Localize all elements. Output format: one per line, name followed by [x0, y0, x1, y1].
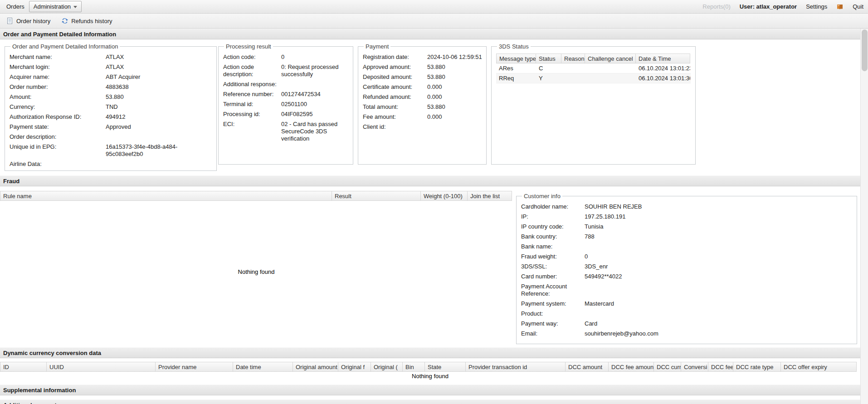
menu-administration[interactable]: Administration — [29, 1, 82, 12]
column-header[interactable]: Status — [536, 54, 561, 63]
field-row: Fraud weight: 0 — [521, 253, 855, 260]
field-label: Terminal id: — [223, 101, 281, 108]
field-row: Fee amount: 0.000 — [363, 113, 484, 121]
column-header[interactable]: UUID — [47, 362, 156, 372]
fieldset-processing-result-legend: Processing result — [224, 43, 273, 50]
field-row: Deposited amount: 53.880 — [363, 73, 484, 81]
column-header[interactable]: Date time — [233, 362, 293, 372]
field-value: 001274472534 — [281, 91, 351, 98]
field-row: Action code: 0 — [223, 54, 351, 61]
manual-book-icon[interactable] — [836, 3, 844, 10]
order-details-fields: Merchant name: ATLAX Merchant login: ATL… — [10, 54, 215, 168]
fieldset-order-details-legend: Order and Payment Detailed Information — [10, 43, 120, 50]
column-header[interactable]: DCC fee amount — [609, 362, 654, 372]
field-row: Unique id in EPG: 16a15373-3f4e-4bd8-a48… — [10, 143, 215, 158]
column-header[interactable]: Challenge cancel — [585, 54, 636, 63]
field-value: 0.000 — [427, 113, 484, 121]
order-history-label: Order history — [16, 18, 50, 24]
field-row: Action code description: 0: Request proc… — [223, 63, 351, 78]
scrollbar-thumb[interactable] — [862, 29, 868, 71]
column-header[interactable]: Original ( — [371, 362, 403, 372]
column-header[interactable]: State — [425, 362, 466, 372]
menu-orders[interactable]: Orders — [2, 1, 29, 12]
field-row: Merchant login: ATLAX — [10, 63, 215, 71]
empty-text: Nothing found — [238, 268, 275, 275]
field-label: Bank name: — [521, 243, 585, 250]
menu-reports: Reports(0) — [702, 3, 730, 10]
column-header[interactable]: Date & Time — [636, 54, 690, 63]
field-label: Fraud weight: — [521, 253, 585, 260]
table-row[interactable]: ARes C 06.10.2024 13:01:23 — [496, 63, 691, 73]
cell-date-time: 06.10.2024 13:01:36 — [636, 73, 690, 83]
column-header[interactable]: Message type — [496, 54, 536, 63]
menu-settings[interactable]: Settings — [806, 3, 827, 10]
field-row: 3DS/SSL: 3DS_enr — [521, 263, 855, 270]
threeds-table-header: Message type Status Reason Challenge can… — [496, 54, 691, 63]
field-label: Airline Data: — [10, 161, 106, 168]
field-label: Refunded amount: — [363, 93, 427, 101]
field-label: Approved amount: — [363, 63, 427, 71]
field-value: souhirbenrejeb@yahoo.com — [585, 330, 855, 337]
field-row: Payment way: Card — [521, 320, 855, 327]
column-header[interactable]: Conversi — [681, 362, 708, 372]
field-row: Terminal id: 02501100 — [223, 101, 351, 108]
column-header[interactable]: Reason — [561, 54, 585, 63]
column-header[interactable]: Rule name — [0, 191, 332, 201]
fieldset-processing-result: Processing result Action code: 0 Action … — [218, 43, 353, 165]
vertical-scrollbar[interactable] — [860, 29, 868, 404]
field-value: Approved — [106, 123, 215, 131]
column-header[interactable]: Original amount — [293, 362, 338, 372]
dcc-table: ID UUID Provider name Date time Original… — [0, 362, 860, 381]
column-header[interactable]: Original f — [338, 362, 371, 372]
column-header[interactable]: DCC offer expiry — [781, 362, 857, 372]
field-label: Client id: — [363, 123, 427, 131]
field-row: IP country code: Tunisia — [521, 223, 855, 230]
column-header[interactable]: Provider transaction id — [466, 362, 566, 372]
field-row: Refunded amount: 0.000 — [363, 93, 484, 101]
field-label: Email: — [521, 330, 585, 337]
field-row: Client id: — [363, 123, 484, 131]
column-header[interactable]: DCC amount — [566, 362, 609, 372]
fraud-table-empty: Nothing found — [0, 201, 512, 342]
refunds-history-button[interactable]: Refunds history — [58, 15, 116, 26]
field-value: ATLAX — [106, 54, 215, 61]
field-label: Order description: — [10, 133, 106, 141]
order-history-button[interactable]: Order history — [3, 15, 54, 26]
column-header[interactable]: Join the list — [468, 191, 512, 201]
column-header[interactable]: Weight (0-100) — [421, 191, 468, 201]
field-value: Mastercard — [585, 300, 855, 307]
field-row: Approved amount: 53.880 — [363, 63, 484, 71]
field-label: IP: — [521, 213, 585, 220]
field-label: Payment Account Reference: — [521, 283, 585, 297]
dcc-table-empty: Nothing found — [0, 372, 860, 381]
field-label: Card number: — [521, 273, 585, 280]
user-label: User: atlax_operator — [740, 3, 797, 10]
column-header[interactable]: DCC fee — [708, 362, 733, 372]
field-row: Processing id: 04IF082595 — [223, 111, 351, 118]
fraud-table-header: Rule name Result Weight (0-100) Join the… — [0, 191, 512, 201]
field-label: Payment way: — [521, 320, 585, 327]
table-row[interactable]: RReq Y 06.10.2024 13:01:36 — [496, 73, 691, 83]
field-row: Email: souhirbenrejeb@yahoo.com — [521, 330, 855, 337]
field-label: Processing id: — [223, 111, 281, 118]
column-header[interactable]: DCC rate type — [733, 362, 781, 372]
column-header[interactable]: DCC curr — [654, 362, 681, 372]
cell-reason — [561, 63, 585, 73]
field-value: Card — [585, 320, 855, 327]
menu-orders-label: Orders — [6, 3, 24, 10]
toolbar: Order history Refunds history — [0, 14, 868, 29]
column-header[interactable]: ID — [0, 362, 47, 372]
column-header[interactable]: Result — [332, 191, 421, 201]
column-header[interactable]: Provider name — [156, 362, 233, 372]
field-row: Acquirer name: ABT Acquirer — [10, 73, 215, 81]
refunds-history-label: Refunds history — [71, 18, 112, 24]
cell-challenge-cancel — [585, 63, 636, 73]
field-label: 3DS/SSL: — [521, 263, 585, 270]
field-value: 0 — [585, 253, 855, 260]
section-title: Fraud — [3, 178, 20, 185]
field-value: 0.000 — [427, 83, 484, 91]
fieldset-payment-legend: Payment — [364, 43, 390, 50]
field-row: Reference number: 001274472534 — [223, 91, 351, 98]
column-header[interactable]: Bin — [403, 362, 425, 372]
menu-quit[interactable]: Quit — [853, 3, 863, 10]
